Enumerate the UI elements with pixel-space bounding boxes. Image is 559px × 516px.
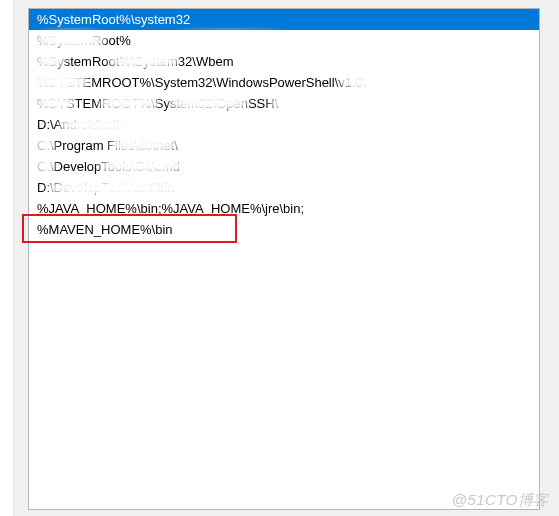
path-entry-text: C:\DevelopTools\Git\cmd [37, 159, 180, 174]
path-entry-text: D:\DevelopTools\ant\bin [37, 180, 174, 195]
path-entry-row[interactable]: %SystemRoot%\system32 [29, 9, 539, 30]
path-entry-row[interactable]: %SYSTEMROOT%\System32\OpenSSH\ [29, 93, 539, 114]
path-entry-text: %SystemRoot%\system32 [37, 12, 190, 27]
path-entry-row[interactable]: %SystemRoot%\System32\Wbem [29, 51, 539, 72]
path-entry-text: D:\Android\sdk [37, 117, 122, 132]
path-entry-row[interactable]: %SystemRoot% [29, 30, 539, 51]
path-entry-text: %SystemRoot% [37, 33, 131, 48]
path-entry-row[interactable]: D:\DevelopTools\ant\bin [29, 177, 539, 198]
path-entry-text: %SYSTEMROOT%\System32\WindowsPowerShell\… [37, 75, 366, 90]
path-entry-row[interactable]: %SYSTEMROOT%\System32\WindowsPowerShell\… [29, 72, 539, 93]
path-entry-text: %SYSTEMROOT%\System32\OpenSSH\ [37, 96, 278, 111]
path-entries-listbox[interactable]: %SystemRoot%\system32%SystemRoot%%System… [28, 8, 540, 510]
path-entry-row[interactable]: C:\DevelopTools\Git\cmd [29, 156, 539, 177]
path-entry-text: %MAVEN_HOME%\bin [37, 222, 173, 237]
window-left-edge [0, 0, 14, 516]
path-entry-text: C:\Program Files\dotnet\ [37, 138, 178, 153]
path-entry-text: %SystemRoot%\System32\Wbem [37, 54, 234, 69]
path-entry-row[interactable]: %JAVA_HOME%\bin;%JAVA_HOME%\jre\bin; [29, 198, 539, 219]
path-entry-row[interactable]: D:\Android\sdk [29, 114, 539, 135]
path-entry-row[interactable]: %MAVEN_HOME%\bin [29, 219, 539, 240]
path-entry-row[interactable]: C:\Program Files\dotnet\ [29, 135, 539, 156]
path-entry-text: %JAVA_HOME%\bin;%JAVA_HOME%\jre\bin; [37, 201, 304, 216]
